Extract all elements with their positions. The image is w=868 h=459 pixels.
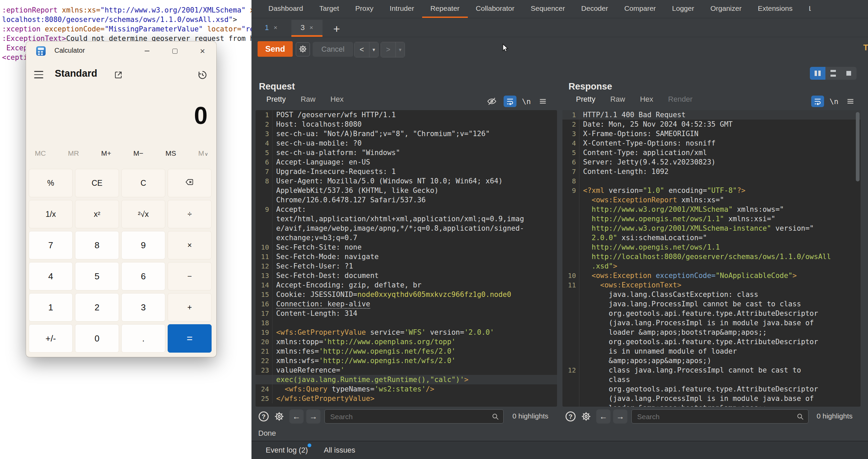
main-tab-sequencer[interactable]: Sequencer xyxy=(523,0,573,18)
word-wrap-icon[interactable] xyxy=(504,96,516,107)
calc-key-+/-[interactable]: +/- xyxy=(29,324,73,353)
main-tab-decoder[interactable]: Decoder xyxy=(573,0,616,18)
single-layout-button[interactable] xyxy=(841,67,857,80)
calc-key-3[interactable]: 3 xyxy=(121,293,165,322)
next-response-dropdown[interactable]: ▼ xyxy=(396,42,405,57)
calc-key-4[interactable]: 4 xyxy=(29,262,73,290)
calc-key-1[interactable]: 1 xyxy=(29,293,73,322)
newline-marks-icon[interactable]: \n xyxy=(522,97,531,106)
view-tab-pretty[interactable]: Pretty xyxy=(266,95,294,109)
search-settings-gear-icon[interactable] xyxy=(273,410,285,424)
main-tab-proxy[interactable]: Proxy xyxy=(347,0,382,18)
prev-response-dropdown[interactable]: ▼ xyxy=(369,42,378,57)
calc-key-9[interactable]: 9 xyxy=(121,231,165,259)
line-number: 17 xyxy=(256,309,272,318)
memory-button-mc[interactable]: MC xyxy=(33,149,48,158)
main-tab-intruder[interactable]: Intruder xyxy=(382,0,422,18)
line-number xyxy=(562,252,579,261)
view-tab-raw[interactable]: Raw xyxy=(610,95,634,109)
memory-button-mr[interactable]: MR xyxy=(66,149,81,158)
main-tab-dashboard[interactable]: Dashboard xyxy=(260,0,311,18)
editor-menu-icon[interactable] xyxy=(844,96,857,107)
memory-button-m−[interactable]: M− xyxy=(131,149,145,158)
main-tab-logger[interactable]: Logger xyxy=(664,0,702,18)
calc-key-x²[interactable]: x² xyxy=(75,200,119,228)
main-tab-l[interactable]: L xyxy=(801,0,811,18)
calc-key-backspace[interactable] xyxy=(168,169,212,197)
line-number: 4 xyxy=(256,138,272,148)
calc-key-7[interactable]: 7 xyxy=(29,231,73,259)
rows-layout-button[interactable] xyxy=(825,67,841,80)
editor-menu-icon[interactable] xyxy=(536,96,549,107)
view-tab-raw[interactable]: Raw xyxy=(300,95,324,109)
calc-key-2[interactable]: 2 xyxy=(75,293,119,322)
request-editor[interactable]: 1POST /geoserver/wfs HTTP/1.12Host: loca… xyxy=(256,110,557,407)
calc-key-0[interactable]: 0 xyxy=(75,324,119,353)
help-icon[interactable]: ? xyxy=(258,410,270,424)
response-scrollbar[interactable] xyxy=(856,111,860,405)
calc-key-+[interactable]: + xyxy=(168,293,212,322)
search-next-button[interactable]: → xyxy=(613,409,627,424)
close-button[interactable]: × xyxy=(192,42,213,60)
calc-key-%[interactable]: % xyxy=(29,169,73,197)
keep-on-top-icon[interactable] xyxy=(113,70,123,81)
hide-nonprintable-icon[interactable] xyxy=(485,96,498,107)
close-tab-icon[interactable]: × xyxy=(274,24,278,31)
calc-key-8[interactable]: 8 xyxy=(75,231,119,259)
new-repeater-tab-button[interactable]: + xyxy=(329,22,344,35)
maximize-button[interactable] xyxy=(164,42,185,60)
calc-key-−[interactable]: − xyxy=(168,262,212,290)
calc-key-.[interactable]: . xyxy=(121,324,165,353)
memory-button-m+[interactable]: M+ xyxy=(99,149,113,158)
next-response-button[interactable]: > xyxy=(381,42,396,57)
send-settings-gear-button[interactable] xyxy=(296,42,310,56)
calc-key-1/x[interactable]: 1/x xyxy=(29,200,73,228)
response-search-input[interactable] xyxy=(636,411,779,423)
calc-key-²√x[interactable]: ²√x xyxy=(121,200,165,228)
search-next-button[interactable]: → xyxy=(306,409,320,424)
calc-key-C[interactable]: C xyxy=(121,169,165,197)
main-tab-collaborator[interactable]: Collaborator xyxy=(468,0,523,18)
view-tab-pretty[interactable]: Pretty xyxy=(576,95,604,109)
request-search-input[interactable] xyxy=(330,411,474,423)
calc-key-×[interactable]: × xyxy=(168,231,212,259)
all-issues-button[interactable]: All issues xyxy=(324,446,355,455)
help-icon[interactable]: ? xyxy=(564,410,577,424)
hamburger-menu-icon[interactable] xyxy=(34,71,43,78)
memory-button-ms[interactable]: MS xyxy=(164,149,178,158)
newline-marks-icon[interactable]: \n xyxy=(829,97,839,106)
main-tab-organizer[interactable]: Organizer xyxy=(702,0,750,18)
event-log-button[interactable]: Event log (2) xyxy=(266,446,308,455)
main-tab-comparer[interactable]: Comparer xyxy=(616,0,664,18)
minimize-button[interactable] xyxy=(137,42,158,60)
line-number xyxy=(562,347,579,356)
main-tab-repeater[interactable]: Repeater xyxy=(422,0,467,18)
view-tab-render[interactable]: Render xyxy=(668,95,701,109)
view-tab-hex[interactable]: Hex xyxy=(640,95,662,109)
repeater-tab-3[interactable]: 3× xyxy=(291,20,322,37)
history-icon[interactable] xyxy=(197,69,208,82)
calc-key-6[interactable]: 6 xyxy=(121,262,165,290)
calculator-titlebar[interactable]: Calculator × xyxy=(26,42,216,60)
calc-key-÷[interactable]: ÷ xyxy=(168,200,212,228)
search-previous-button[interactable]: ← xyxy=(289,409,304,424)
repeater-tab-1[interactable]: 1× xyxy=(256,20,287,37)
editor-line: 2.0.0" xsi:schemaLocation=" xyxy=(562,233,861,243)
columns-layout-button[interactable] xyxy=(810,67,825,80)
prev-response-button[interactable]: < xyxy=(355,42,369,57)
calc-key-=[interactable]: = xyxy=(168,324,212,353)
search-previous-button[interactable]: ← xyxy=(596,409,610,424)
backspace-icon xyxy=(185,177,194,189)
memory-button-m[interactable]: Mv xyxy=(196,149,210,158)
send-button[interactable]: Send xyxy=(258,41,293,57)
search-settings-gear-icon[interactable] xyxy=(580,410,592,424)
main-tab-target[interactable]: Target xyxy=(311,0,347,18)
word-wrap-icon[interactable] xyxy=(811,96,824,107)
response-editor[interactable]: 1HTTP/1.1 400 Bad Request2Date: Mon, 25 … xyxy=(562,110,861,407)
cancel-button[interactable]: Cancel xyxy=(313,42,353,57)
view-tab-hex[interactable]: Hex xyxy=(330,95,352,109)
calc-key-CE[interactable]: CE xyxy=(75,169,119,197)
close-tab-icon[interactable]: × xyxy=(310,24,313,31)
main-tab-extensions[interactable]: Extensions xyxy=(750,0,801,18)
calc-key-5[interactable]: 5 xyxy=(75,262,119,290)
